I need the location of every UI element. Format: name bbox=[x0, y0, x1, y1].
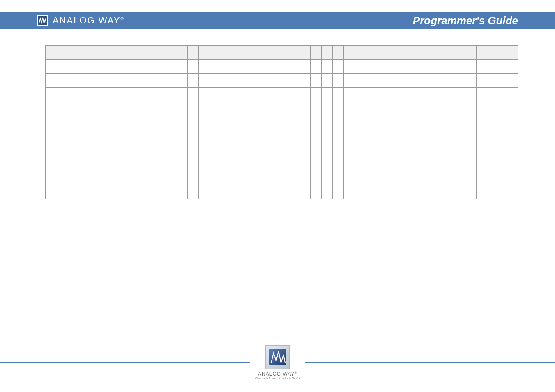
table-row bbox=[46, 115, 518, 129]
table-cell bbox=[332, 185, 343, 199]
table-cell bbox=[73, 185, 187, 199]
table-cell bbox=[311, 157, 322, 171]
table-cell bbox=[322, 171, 333, 185]
th-7 bbox=[332, 46, 343, 60]
header-bar: ANALOG WAY® Programmer's Guide bbox=[0, 12, 555, 29]
table-row bbox=[46, 129, 518, 143]
table-cell bbox=[311, 88, 322, 101]
table-cell bbox=[311, 115, 322, 129]
table-cell bbox=[188, 115, 199, 129]
table-cell bbox=[46, 60, 73, 74]
table-cell bbox=[46, 74, 73, 88]
table-cell bbox=[210, 101, 311, 115]
table-cell bbox=[477, 60, 518, 74]
table-cell bbox=[46, 143, 73, 157]
table-cell bbox=[198, 115, 210, 129]
header-logo-group: ANALOG WAY® bbox=[37, 15, 124, 26]
table-cell bbox=[435, 88, 476, 101]
table-cell bbox=[210, 129, 311, 143]
table-row bbox=[46, 185, 518, 199]
table-cell bbox=[73, 60, 187, 74]
table-cell bbox=[198, 88, 210, 101]
table-cell bbox=[322, 115, 333, 129]
table-cell bbox=[198, 185, 210, 199]
table-cell bbox=[198, 74, 210, 88]
table-row bbox=[46, 88, 518, 101]
th-11 bbox=[477, 46, 518, 60]
page-title: Programmer's Guide bbox=[413, 14, 518, 27]
table-cell bbox=[311, 60, 322, 74]
table-cell bbox=[362, 143, 435, 157]
table-cell bbox=[322, 157, 333, 171]
data-table bbox=[45, 45, 518, 199]
th-4 bbox=[210, 46, 311, 60]
table-cell bbox=[332, 101, 343, 115]
table-cell bbox=[343, 143, 362, 157]
table-cell bbox=[188, 171, 199, 185]
table-cell bbox=[435, 60, 476, 74]
table-cell bbox=[332, 115, 343, 129]
table-cell bbox=[435, 185, 476, 199]
table-cell bbox=[46, 185, 73, 199]
table-cell bbox=[188, 60, 199, 74]
th-8 bbox=[343, 46, 362, 60]
table-cell bbox=[343, 157, 362, 171]
table-cell bbox=[332, 171, 343, 185]
th-6 bbox=[322, 46, 333, 60]
table-cell bbox=[210, 171, 311, 185]
table-cell bbox=[477, 115, 518, 129]
table-cell bbox=[188, 129, 199, 143]
table-cell bbox=[73, 143, 187, 157]
table-cell bbox=[322, 101, 333, 115]
table-body bbox=[46, 60, 518, 199]
table-cell bbox=[332, 74, 343, 88]
table-cell bbox=[477, 88, 518, 101]
table-cell bbox=[435, 143, 476, 157]
table-cell bbox=[188, 185, 199, 199]
footer-brand-text: ANALOG WAY® bbox=[258, 371, 297, 377]
table-row bbox=[46, 143, 518, 157]
table-cell bbox=[343, 60, 362, 74]
svg-rect-1 bbox=[269, 349, 286, 365]
table-cell bbox=[198, 143, 210, 157]
table-cell bbox=[188, 74, 199, 88]
table-cell bbox=[210, 60, 311, 74]
th-2 bbox=[188, 46, 199, 60]
table-row bbox=[46, 74, 518, 88]
table-cell bbox=[46, 171, 73, 185]
table-cell bbox=[188, 143, 199, 157]
table-cell bbox=[343, 88, 362, 101]
table-cell bbox=[435, 115, 476, 129]
table-cell bbox=[477, 157, 518, 171]
table-cell bbox=[477, 74, 518, 88]
table-cell bbox=[73, 115, 187, 129]
table-cell bbox=[188, 157, 199, 171]
table-cell bbox=[210, 157, 311, 171]
table-cell bbox=[46, 88, 73, 101]
th-3 bbox=[198, 46, 210, 60]
table-cell bbox=[322, 185, 333, 199]
table-cell bbox=[477, 101, 518, 115]
table-cell bbox=[362, 115, 435, 129]
table-cell bbox=[362, 60, 435, 74]
table-cell bbox=[46, 101, 73, 115]
th-10 bbox=[435, 46, 476, 60]
table-cell bbox=[73, 171, 187, 185]
table-cell bbox=[311, 143, 322, 157]
footer-line-left bbox=[0, 362, 250, 363]
table-cell bbox=[311, 171, 322, 185]
table-cell bbox=[73, 88, 187, 101]
table-cell bbox=[332, 143, 343, 157]
table-cell bbox=[322, 74, 333, 88]
table-cell bbox=[477, 171, 518, 185]
table-cell bbox=[477, 129, 518, 143]
table-cell bbox=[332, 88, 343, 101]
table-cell bbox=[198, 101, 210, 115]
table-cell bbox=[362, 185, 435, 199]
table-cell bbox=[362, 171, 435, 185]
table-cell bbox=[343, 185, 362, 199]
table-cell bbox=[362, 74, 435, 88]
table-row bbox=[46, 157, 518, 171]
th-1 bbox=[73, 46, 187, 60]
table-cell bbox=[322, 60, 333, 74]
